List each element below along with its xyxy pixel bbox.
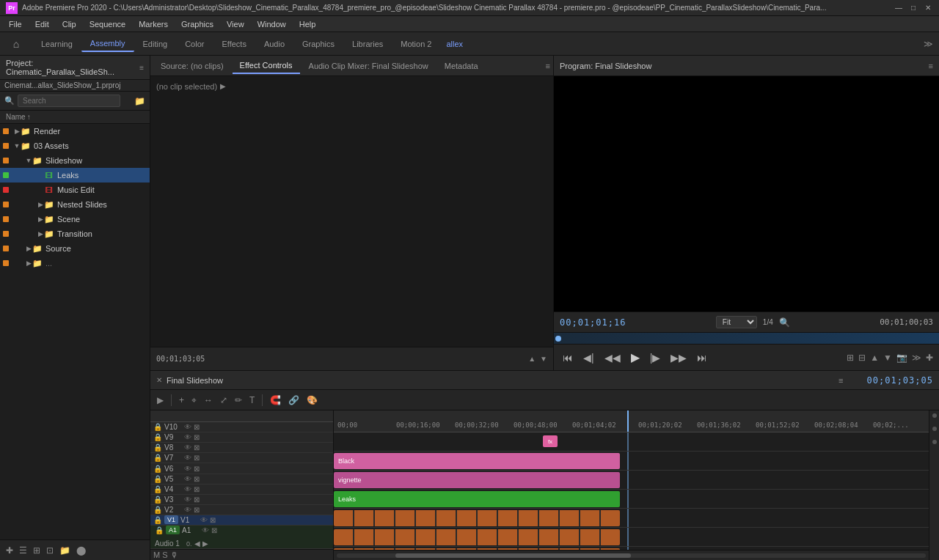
menu-item-help[interactable]: Help (293, 18, 322, 30)
track-sync-v1[interactable]: ⊠ (210, 516, 216, 524)
menu-item-sequence[interactable]: Sequence (84, 18, 132, 30)
resize-handle-bot[interactable] (932, 440, 937, 444)
workspace-tab-learning[interactable]: Learning (32, 37, 81, 51)
timeline-close-icon[interactable]: ✕ (156, 376, 162, 384)
workspace-tab-assembly[interactable]: Assembly (81, 36, 134, 52)
tl-foot-btn1[interactable]: M (153, 550, 160, 559)
track-sync-v6[interactable]: ⊠ (194, 465, 200, 473)
coloring-btn[interactable]: 🎨 (304, 394, 320, 407)
menu-item-window[interactable]: Window (252, 18, 292, 30)
play-fwd-btn[interactable]: ▶▶ (668, 350, 690, 365)
workspace-tab-editing[interactable]: Editing (134, 37, 177, 51)
track-lock-v3[interactable]: 🔒 (153, 495, 162, 504)
clip-v4-multi[interactable] (334, 548, 620, 550)
overwrite-btn[interactable]: ⊟ (858, 353, 866, 363)
track-lock-v5[interactable]: 🔒 (153, 475, 162, 483)
tree-item-transition[interactable]: ▶ 📁 Transition (0, 226, 150, 241)
tree-item-musicedit[interactable]: 🎞 Music Edit (0, 183, 150, 197)
step-back-btn[interactable]: ◀| (580, 350, 597, 365)
expand-arrow[interactable]: ▶ (37, 230, 44, 237)
workspace-tab-motion-2[interactable]: Motion 2 (392, 37, 440, 51)
source-lift-btn[interactable]: ▲ (528, 355, 536, 363)
project-panel-menu-btn[interactable]: ≡ (139, 64, 144, 72)
tab-source[interactable]: Source: (no clips) (153, 59, 231, 73)
track-visibility-v3[interactable]: 👁 (184, 495, 191, 504)
expand-arrow[interactable]: ▶ (13, 128, 21, 135)
tree-item-source[interactable]: ▶ 📁 Source (0, 241, 150, 256)
audio-vol-increase[interactable]: ▶ (202, 539, 208, 548)
fit-dropdown[interactable]: Fit 25% 50% 75% 100% (716, 316, 757, 328)
tree-item-render[interactable]: ▶ 📁 Render (0, 124, 150, 139)
track-lock-v9[interactable]: 🔒 (153, 433, 162, 441)
expand-arrow[interactable]: ▶ (25, 245, 32, 252)
play-btn[interactable]: ▶ (628, 349, 643, 366)
tree-item-03assets[interactable]: ▼ 📁 03 Assets (0, 139, 150, 153)
more-btn[interactable]: ≫ (912, 353, 921, 363)
track-sync-v3[interactable]: ⊠ (194, 495, 200, 504)
clip-black[interactable]: Black (334, 453, 620, 469)
clip-v5-multi[interactable] (334, 529, 620, 545)
resize-handle-top[interactable] (932, 413, 937, 418)
track-target-v1[interactable]: V1 (164, 515, 178, 524)
audio-vol-decrease[interactable]: ◀ (194, 539, 200, 548)
track-sync-v7[interactable]: ⊠ (194, 454, 200, 462)
tab-audio-clip-mixer[interactable]: Audio Clip Mixer: Final Slideshow (302, 59, 436, 73)
search-input[interactable] (18, 95, 120, 107)
track-visibility-v5[interactable]: 👁 (184, 475, 191, 483)
icon-view-btn[interactable]: ⊞ (32, 544, 42, 557)
tl-foot-btn2[interactable]: S (162, 550, 167, 559)
add-tracks-btn[interactable]: + (177, 394, 186, 407)
expand-arrow[interactable]: ▼ (13, 142, 21, 150)
dropdown-arrow-icon[interactable]: ▶ (220, 82, 226, 90)
tree-item-nestedslides[interactable]: ▶ 📁 Nested Slides (0, 197, 150, 212)
tab-metadata[interactable]: Metadata (437, 59, 486, 73)
menu-item-file[interactable]: File (3, 18, 28, 30)
mark-in-btn[interactable]: ⏮ (560, 350, 576, 365)
clip-v6-multi[interactable] (334, 510, 620, 526)
track-visibility-v6[interactable]: 👁 (184, 465, 191, 473)
step-fwd-btn[interactable]: |▶ (647, 350, 664, 365)
new-bin-btn[interactable]: 📁 (58, 544, 72, 557)
new-item-btn[interactable]: ✚ (4, 544, 15, 557)
scroll-track[interactable] (337, 553, 926, 558)
menu-item-edit[interactable]: Edit (29, 18, 55, 30)
list-view-btn[interactable]: ☰ (18, 544, 29, 557)
workspace-tab-graphics[interactable]: Graphics (293, 37, 343, 51)
expand-arrow[interactable]: ▶ (37, 215, 44, 223)
target-toggle-btn[interactable]: ⌖ (189, 394, 199, 407)
source-panel-settings[interactable]: ≡ (546, 62, 550, 70)
track-lock-v10[interactable]: 🔒 (153, 423, 162, 431)
freeform-view-btn[interactable]: ⊡ (45, 544, 55, 557)
tree-item-leaks[interactable]: 🎞 Leaks (0, 168, 150, 183)
zoom-icon[interactable]: 🔍 (779, 317, 790, 328)
track-visibility-v9[interactable]: 👁 (184, 433, 191, 441)
type-tool-btn[interactable]: T (247, 394, 257, 407)
program-panel-settings[interactable]: ≡ (929, 62, 933, 70)
track-lock-v6[interactable]: 🔒 (153, 465, 162, 473)
home-button[interactable]: ⌂ (6, 34, 26, 54)
track-sync-v4[interactable]: ⊠ (194, 485, 200, 493)
track-sync-v10[interactable]: ⊠ (194, 423, 200, 431)
track-lock-v2[interactable]: 🔒 (153, 506, 162, 514)
mark-out-btn[interactable]: ⏭ (694, 350, 710, 365)
menu-item-clip[interactable]: Clip (56, 18, 82, 30)
slip-btn[interactable]: ⤢ (218, 394, 230, 407)
menu-item-markers[interactable]: Markers (133, 18, 174, 30)
workspace-tab-audio[interactable]: Audio (255, 37, 293, 51)
clip-vignette[interactable]: vignette (334, 472, 620, 488)
play-back-btn[interactable]: ◀◀ (602, 350, 624, 365)
track-lock-v8[interactable]: 🔒 (153, 443, 162, 452)
timeline-settings-btn[interactable]: ≡ (838, 376, 843, 385)
link-btn[interactable]: 🔗 (286, 394, 302, 407)
insert-btn[interactable]: ⊞ (847, 353, 854, 363)
workspace-tab-effects[interactable]: Effects (213, 37, 255, 51)
track-visibility-v10[interactable]: 👁 (184, 423, 191, 431)
selection-tool-btn[interactable]: ▶ (155, 394, 166, 407)
pen-tool-btn[interactable]: ✏ (233, 394, 244, 407)
tab-effect-controls[interactable]: Effect Controls (233, 58, 300, 74)
track-sync-v8[interactable]: ⊠ (194, 443, 200, 452)
workspace-overflow-btn[interactable]: ≫ (924, 39, 933, 49)
menu-item-view[interactable]: View (221, 18, 250, 30)
track-sync-v9[interactable]: ⊠ (194, 433, 200, 441)
track-visibility-v2[interactable]: 👁 (184, 506, 191, 514)
